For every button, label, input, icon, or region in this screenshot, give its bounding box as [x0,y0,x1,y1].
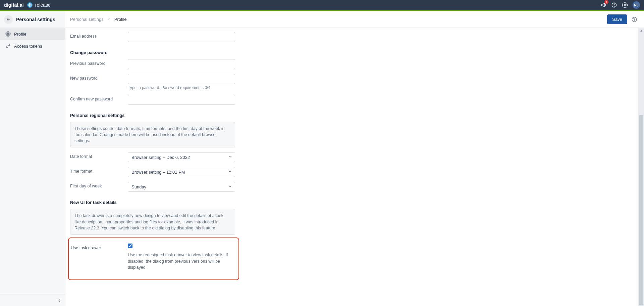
date-format-label: Date format [70,152,128,159]
context-help-icon[interactable] [631,16,637,23]
previous-password-field[interactable] [128,59,235,69]
svg-point-2 [614,6,614,6]
change-password-title: Change password [70,50,634,55]
svg-point-3 [624,4,626,6]
email-field[interactable] [128,32,235,42]
previous-password-label: Previous password [70,59,128,66]
gear-icon [5,31,11,37]
brand-secondary: release [35,2,51,8]
use-task-drawer-desc: Use the redesigned task drawer to view t… [128,252,234,271]
save-button[interactable]: Save [607,14,627,24]
sidebar-item-label: Profile [14,32,26,37]
subheader-right: Save [607,14,644,24]
help-icon[interactable] [611,2,617,8]
avatar[interactable]: Nu [633,1,640,9]
notification-badge: 1 [604,0,608,4]
sidebar-item-access-tokens[interactable]: Access tokens [0,40,65,52]
first-day-row: First day of week [70,182,634,192]
use-task-drawer-checkbox[interactable] [128,244,132,248]
use-task-drawer-label: Use task drawer [71,244,128,250]
content-wrap: Email address Change password Previous p… [65,28,644,306]
chevron-left-icon [57,298,62,303]
date-format-select[interactable] [128,152,235,162]
breadcrumb: Personal settings Profile [65,17,607,22]
use-task-drawer-row: Use task drawer Use the redesigned task … [71,244,234,271]
brand-icon [27,2,33,8]
time-format-row: Time format [70,167,634,177]
main: Profile Access tokens Email address Chan… [0,28,644,306]
content: Email address Change password Previous p… [65,28,638,306]
sidebar: Profile Access tokens [0,28,65,306]
svg-point-5 [634,20,634,21]
scroll-up-icon[interactable] [638,29,644,33]
sidebar-item-label: Access tokens [14,44,42,49]
confirm-password-row: Confirm new password [70,95,634,105]
new-password-label: New password [70,74,128,81]
new-password-row: New password Type in password. Password … [70,74,634,90]
new-ui-title: New UI for task details [70,200,634,205]
subheader-title: Personal settings [16,17,55,22]
email-label: Email address [70,32,128,39]
first-day-label: First day of week [70,182,128,188]
confirm-password-label: Confirm new password [70,95,128,101]
brand: digital.ai release [4,2,51,8]
use-task-drawer-highlight: Use task drawer Use the redesigned task … [68,237,239,280]
back-button[interactable] [4,15,13,24]
new-ui-info: The task drawer is a completely new desi… [70,209,235,234]
date-format-row: Date format [70,152,634,162]
regional-info: These settings control date formats, tim… [70,122,235,147]
time-format-label: Time format [70,167,128,174]
topbar-actions: 1 Nu [600,1,640,9]
chevron-right-icon [107,17,111,22]
scroll-thumb[interactable] [639,115,643,305]
announcements-icon[interactable]: 1 [600,2,606,8]
regional-title: Personal regional settings [70,113,634,118]
svg-point-6 [7,33,9,35]
brand-primary: digital.ai [4,2,24,8]
confirm-password-field[interactable] [128,95,235,105]
breadcrumb-root[interactable]: Personal settings [70,17,104,22]
gear-icon[interactable] [622,2,628,8]
previous-password-row: Previous password [70,59,634,69]
time-format-select[interactable] [128,167,235,177]
subheader-left: Personal settings [0,11,65,28]
first-day-select[interactable] [128,182,235,192]
new-password-field[interactable] [128,74,235,84]
scrollbar[interactable] [638,28,644,306]
sub-header: Personal settings Personal settings Prof… [0,11,644,28]
breadcrumb-current: Profile [114,17,127,22]
sidebar-collapse-button[interactable] [0,295,65,306]
top-bar: digital.ai release 1 Nu [0,0,644,10]
email-row: Email address [70,32,634,42]
key-icon [5,43,11,49]
sidebar-item-profile[interactable]: Profile [0,28,65,40]
new-password-hint: Type in password. Password requirements … [128,85,235,90]
